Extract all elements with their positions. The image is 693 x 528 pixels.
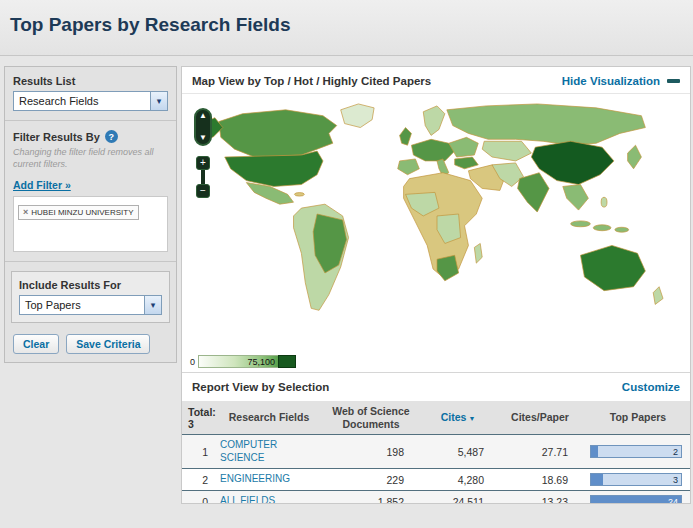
top-papers-bar: 24 — [586, 495, 690, 504]
legend-gradient: 75,100 — [198, 355, 278, 368]
legend-min-label: 0 — [190, 357, 195, 367]
cites-value: 5,487 — [422, 446, 494, 458]
map-zoom-control[interactable]: + − — [196, 156, 210, 198]
cites-per-paper-value: 18.69 — [494, 474, 586, 486]
divider — [5, 120, 176, 121]
col-top-papers: Top Papers — [586, 411, 690, 424]
row-rank: 1 — [182, 446, 218, 458]
active-filters-box: × HUBEI MINZU UNIVERSITY — [13, 196, 168, 252]
clear-button[interactable]: Clear — [13, 334, 59, 354]
table-header-row: Total: 3 Research Fields Web of Science … — [182, 401, 690, 435]
world-map[interactable] — [188, 100, 686, 328]
zoom-out-button[interactable]: − — [196, 184, 210, 198]
page-header: Top Papers by Research Fields — [0, 0, 693, 56]
remove-filter-icon[interactable]: × — [23, 208, 28, 217]
filter-chip[interactable]: × HUBEI MINZU UNIVERSITY — [18, 205, 139, 220]
documents-value: 229 — [320, 474, 422, 486]
map-area: ▲ ▼ + − 0 75,100 — [182, 100, 690, 372]
bar-value: 2 — [673, 446, 678, 458]
map-view-header: Map View by Top / Hot / Highly Cited Pap… — [182, 67, 690, 94]
filter-by-label: Filter Results By — [13, 131, 100, 143]
south-america — [294, 204, 349, 310]
field-link[interactable]: ALL FIELDS — [218, 495, 320, 504]
top-papers-bar: 3 — [586, 473, 690, 486]
field-link[interactable]: ENGINEERING — [218, 473, 320, 486]
results-list-select[interactable]: Research Fields ▾ — [13, 91, 168, 111]
field-link[interactable]: COMPUTER SCIENCE — [218, 439, 320, 464]
col-cites-sort[interactable]: Cites▼ — [422, 411, 494, 424]
include-results-box: Include Results For Top Papers ▾ — [11, 271, 170, 323]
filter-chip-label: HUBEI MINZU UNIVERSITY — [31, 208, 133, 217]
results-list-label: Results List — [13, 75, 168, 87]
oceania — [580, 245, 663, 304]
main-panel: Map View by Top / Hot / Highly Cited Pap… — [181, 66, 691, 504]
report-view-title: Report View by Selection — [192, 381, 329, 393]
top-papers-bar: 2 — [586, 445, 690, 458]
table-row: 2 ENGINEERING 229 4,280 18.69 3 — [182, 469, 690, 491]
documents-value: 1,852 — [320, 496, 422, 504]
bar-value: 24 — [668, 496, 678, 504]
africa — [404, 173, 483, 281]
documents-value: 198 — [320, 446, 422, 458]
zoom-in-button[interactable]: + — [196, 156, 210, 170]
minus-icon — [667, 79, 680, 83]
table-row: 1 COMPUTER SCIENCE 198 5,487 27.71 2 — [182, 435, 690, 469]
cites-per-paper-value: 13.23 — [494, 496, 586, 504]
save-criteria-button[interactable]: Save Criteria — [66, 334, 150, 354]
map-view-title: Map View by Top / Hot / Highly Cited Pap… — [192, 75, 431, 87]
legend-max-swatch — [278, 355, 296, 368]
results-list-value: Research Fields — [19, 95, 98, 107]
include-results-value: Top Papers — [25, 299, 81, 311]
help-icon[interactable]: ? — [105, 130, 118, 143]
map-pan-control[interactable]: ▲ ▼ — [194, 108, 212, 146]
chevron-down-icon: ▾ — [144, 296, 161, 314]
cites-value: 24,511 — [422, 496, 494, 504]
customize-link[interactable]: Customize — [622, 381, 680, 393]
sidebar: Results List Research Fields ▾ Filter Re… — [4, 66, 177, 363]
col-research-fields: Research Fields — [218, 411, 320, 424]
row-rank: 2 — [182, 474, 218, 486]
report-view-header: Report View by Selection Customize — [182, 372, 690, 401]
filter-note: Changing the filter field removes all cu… — [13, 147, 168, 170]
legend-max-label: 75,100 — [247, 357, 275, 367]
total-label: Total: 3 — [182, 406, 218, 430]
page-title: Top Papers by Research Fields — [10, 14, 693, 36]
bar-value: 3 — [673, 474, 678, 486]
pan-down-icon[interactable]: ▼ — [199, 134, 207, 142]
sort-desc-icon: ▼ — [468, 415, 475, 422]
divider — [5, 261, 176, 262]
north-america — [197, 104, 374, 204]
cites-per-paper-value: 27.71 — [494, 446, 586, 458]
pan-up-icon[interactable]: ▲ — [199, 112, 207, 120]
bar-fill — [591, 474, 603, 485]
cites-value: 4,280 — [422, 474, 494, 486]
col-cites-per-paper: Cites/Paper — [494, 411, 586, 424]
include-results-select[interactable]: Top Papers ▾ — [19, 295, 162, 315]
col-documents: Web of Science Documents — [320, 405, 422, 430]
row-rank: 0 — [182, 496, 218, 504]
zoom-slider-track[interactable] — [201, 170, 205, 184]
include-results-label: Include Results For — [19, 279, 162, 291]
add-filter-link[interactable]: Add Filter » — [13, 179, 71, 191]
chevron-down-icon: ▾ — [150, 92, 167, 110]
table-row: 0 ALL FIELDS 1,852 24,511 13.23 24 — [182, 491, 690, 504]
map-legend: 0 75,100 — [190, 355, 296, 368]
bar-fill — [591, 446, 598, 457]
hide-visualization-link[interactable]: Hide Visualization — [562, 75, 680, 87]
